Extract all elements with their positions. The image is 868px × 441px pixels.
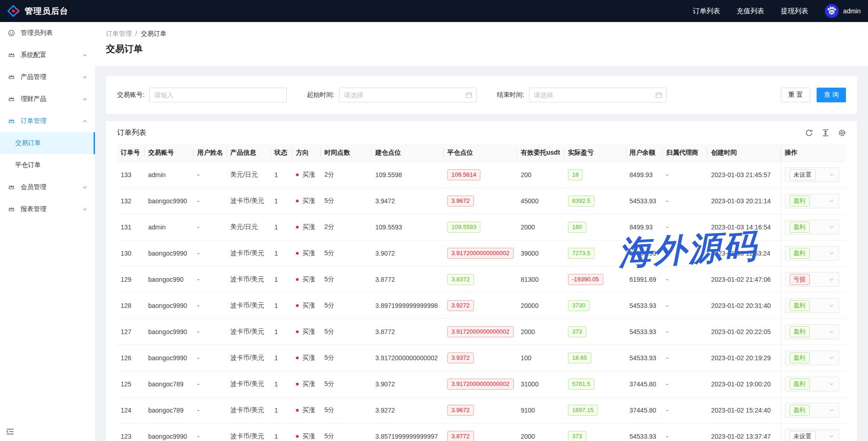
direction-dot-icon	[296, 383, 299, 385]
action-select[interactable]: 未设置	[785, 167, 839, 182]
cell-action: 盈利	[781, 188, 846, 214]
cell-direction: 买涨	[292, 318, 321, 345]
profit-badge: 1697.15	[568, 405, 598, 416]
sidebar-item-report-mgmt[interactable]: 报表管理	[0, 198, 95, 220]
cell-open-point: 3.9272	[372, 397, 444, 423]
direction-dot-icon	[296, 200, 299, 202]
sidebar-item-admin-list[interactable]: 管理员列表	[0, 22, 95, 44]
setting-icon[interactable]	[838, 129, 846, 137]
search-button[interactable]: 查 询	[817, 88, 846, 102]
action-select[interactable]: 盈利	[785, 403, 839, 418]
cell-order-id: 133	[117, 162, 145, 188]
breadcrumb-parent[interactable]: 订单管理	[106, 28, 132, 39]
sidebar-subitem-trade-orders[interactable]: 交易订单	[0, 132, 95, 154]
chevron-down-icon	[829, 276, 835, 282]
cell-action: 盈利	[781, 397, 846, 423]
direction-dot-icon	[296, 409, 299, 412]
cell-balance: 8499.93	[626, 214, 662, 240]
action-select[interactable]: 盈利	[785, 298, 839, 313]
close-point-badge: 109.5593	[447, 222, 480, 233]
reload-icon[interactable]	[805, 129, 813, 137]
cell-valid-usdt: 2000	[517, 423, 564, 441]
action-badge: 盈利	[790, 300, 810, 311]
action-select[interactable]: 盈利	[785, 220, 839, 234]
cell-close-point: 3.8372	[444, 266, 517, 292]
cell-period: 5分	[321, 318, 372, 345]
nav-link-recharge-list[interactable]: 充值列表	[737, 7, 764, 16]
action-select[interactable]: 亏损	[785, 272, 839, 287]
app-title: 管理员后台	[25, 6, 68, 17]
direction-dot-icon	[296, 173, 299, 176]
breadcrumb-separator: /	[135, 28, 137, 39]
col-header: 方向	[292, 144, 321, 162]
sidebar-item-label: 理财产品	[21, 95, 46, 103]
sidebar-collapse-button[interactable]	[6, 428, 14, 437]
cell-valid-usdt: 81300	[517, 266, 564, 292]
cell-account: baongoc9990	[145, 188, 194, 214]
sidebar-item-system-config[interactable]: 系统配置	[0, 44, 95, 66]
cell-order-id: 131	[117, 214, 145, 240]
table-row: 126baongoc9990-波卡币/美元1买涨5分3.917200000000…	[117, 345, 846, 371]
action-select[interactable]: 盈利	[785, 194, 839, 208]
close-point-badge: 3.9172000000000002	[447, 248, 514, 259]
cell-close-point: 3.9672	[444, 397, 517, 423]
profit-badge: -19390.05	[568, 274, 603, 285]
chevron-down-icon	[829, 250, 835, 256]
app-logo: 管理员后台	[6, 4, 68, 18]
sidebar-item-member-mgmt[interactable]: 会员管理	[0, 176, 95, 198]
direction-dot-icon	[296, 304, 299, 307]
sidebar-item-product-mgmt[interactable]: 产品管理	[0, 66, 95, 88]
direction-label: 买涨	[302, 301, 315, 309]
col-header: 有效委托usdt	[517, 144, 564, 162]
sidebar-item-label: 系统配置	[21, 51, 46, 59]
cell-profit: 373	[564, 423, 626, 441]
cell-open-point: 3.9172000000000002	[372, 345, 444, 371]
direction-dot-icon	[296, 278, 299, 281]
cell-profit: 18.65	[564, 345, 626, 371]
direction-label: 买涨	[302, 197, 315, 204]
cell-agent: -	[662, 318, 707, 345]
account-filter-label: 交易账号:	[117, 91, 145, 99]
profit-badge: 16	[568, 169, 583, 180]
action-badge: 盈利	[790, 222, 810, 233]
smile-icon	[8, 29, 15, 37]
cell-valid-usdt: 2000	[517, 214, 564, 240]
nav-link-order-list[interactable]: 订单列表	[693, 7, 720, 16]
action-select[interactable]: 盈利	[785, 324, 839, 339]
menu-fold-icon	[6, 428, 14, 435]
sidebar-item-wealth-products[interactable]: 理财产品	[0, 88, 95, 110]
reset-button[interactable]: 重 置	[781, 88, 810, 102]
cell-user-name: -	[194, 318, 227, 345]
chevron-down-icon	[829, 407, 835, 413]
action-select[interactable]: 未设置	[785, 429, 839, 441]
close-point-badge: 3.9672	[447, 195, 474, 207]
column-height-icon[interactable]	[822, 129, 829, 137]
sidebar-item-order-mgmt[interactable]: 订单管理	[0, 110, 95, 132]
user-menu[interactable]: du admin	[825, 4, 861, 18]
cell-account: baongoc9990	[145, 345, 194, 371]
crown-icon	[8, 95, 15, 103]
cell-open-point: 3.8571999999999997	[372, 423, 444, 441]
cell-created-time: 2023-01-02 20:22:05	[707, 318, 781, 345]
page-title: 交易订单	[106, 42, 857, 55]
action-select[interactable]: 盈利	[785, 377, 839, 391]
table-header-row: 订单号 交易账号 用户姓名 产品信息 状态 方向 时间点数 建仓点位 平仓点位 …	[117, 144, 846, 162]
cell-status: 1	[271, 318, 292, 345]
cell-profit: 8392.5	[564, 188, 626, 214]
profit-badge: 7273.5	[568, 248, 595, 259]
table-row: 123baongoc9990-波卡币/美元1买涨5分3.857199999999…	[117, 423, 846, 441]
end-time-input[interactable]	[529, 88, 667, 102]
cell-close-point: 3.8772	[444, 423, 517, 441]
close-point-badge: 3.9672	[447, 405, 474, 416]
start-time-input[interactable]	[339, 88, 477, 102]
account-input[interactable]	[149, 88, 287, 102]
sidebar-subitem-closed-orders[interactable]: 平仓订单	[0, 154, 95, 176]
cell-product: 波卡币/美元	[227, 423, 271, 441]
direction-dot-icon	[296, 252, 299, 255]
action-badge: 盈利	[790, 195, 810, 207]
nav-link-withdraw-list[interactable]: 提现列表	[781, 7, 808, 16]
action-select[interactable]: 盈利	[785, 351, 839, 365]
action-select[interactable]: 盈利	[785, 246, 839, 261]
action-badge: 盈利	[790, 248, 810, 259]
breadcrumb: 订单管理 / 交易订单	[106, 28, 857, 39]
